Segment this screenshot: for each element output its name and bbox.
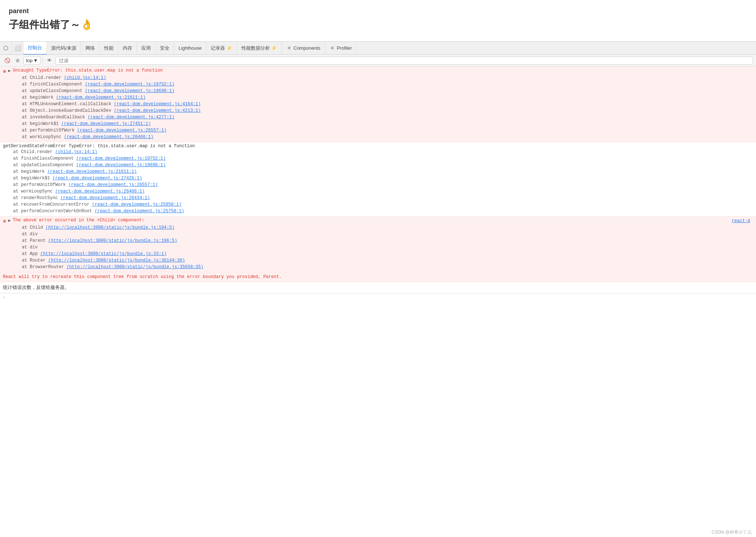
page-subtitle: 子组件出错了～👌 — [9, 18, 747, 32]
console-output: ⊗ ▶ Uncaught TypeError: this.state.user.… — [0, 66, 756, 302]
stack-line: at Child.render (child.jsx:14:1) — [22, 75, 753, 81]
tab-application[interactable]: 应用 — [137, 42, 156, 55]
error-1-stack: at Child.render (child.jsx:14:1) at fini… — [3, 75, 753, 140]
file-link[interactable]: (react-dom.development.js:19698:1) — [76, 163, 166, 168]
file-link[interactable]: (react-dom.development.js:21611:1) — [47, 169, 137, 174]
error-2-main: ⊗ ▶ The above error occurred in the <Chi… — [3, 218, 753, 224]
stack-line: at Router (http://localhost:3000/static/… — [22, 257, 753, 264]
file-link[interactable]: (react-dom.development.js:19752:1) — [85, 82, 175, 87]
file-link[interactable]: (react-dom.development.js:25750:1) — [95, 209, 184, 214]
file-link[interactable]: (react-dom.development.js:27451:1) — [61, 121, 151, 126]
stack-line: at performUnitOfWork (react-dom.developm… — [22, 127, 753, 134]
info-title-text: getDerivedStateFromError TypeError: this… — [3, 144, 195, 149]
console-icon[interactable]: ⬜ — [12, 42, 23, 55]
stack-line: at finishClassComponent (react-dom.devel… — [22, 81, 753, 88]
file-link[interactable]: (http://localhost:3000/static/js/bundle.… — [46, 225, 175, 230]
file-link[interactable]: (react-dom.development.js:21611:1) — [56, 95, 146, 100]
stack-line: at Child.render (child.jsx:14:1) — [13, 149, 753, 155]
file-link[interactable]: (react-dom.development.js:26434:1) — [61, 195, 150, 201]
stack-line: at updateClassComponent (react-dom.devel… — [13, 162, 753, 168]
page-content: parent 子组件出错了～👌 — [0, 0, 756, 41]
stack-line: at beginWork$1 (react-dom.development.js… — [22, 121, 753, 127]
console-prompt: › — [0, 293, 756, 302]
tab-profiler[interactable]: ⚛ Profiler — [325, 42, 356, 55]
tab-components-label: Components — [294, 45, 321, 51]
stack-line: at HTMLUnknownElement.callCallback (reac… — [22, 101, 753, 107]
stack-line: at Parent (http://localhost:3000/static/… — [22, 237, 753, 244]
file-link[interactable]: (http://localhost:3000/static/js/bundle.… — [40, 251, 167, 256]
note-entry: 统计错误次数，反馈给服务器。 — [0, 282, 756, 293]
error-1-main: ⊗ ▶ Uncaught TypeError: this.state.user.… — [3, 68, 753, 75]
info-1-stack: at Child.render (child.jsx:14:1) at fini… — [3, 149, 753, 214]
tab-memory[interactable]: 内存 — [118, 42, 137, 55]
error-1-title: Uncaught TypeError: this.state.user.map … — [13, 68, 163, 73]
react-recreate-message: React will try to recreate this componen… — [0, 272, 756, 282]
react-icon-profiler: ⚛ — [329, 45, 335, 51]
error-entry-1: ⊗ ▶ Uncaught TypeError: this.state.user.… — [0, 66, 756, 142]
file-link[interactable]: (http://localhost:3000/static/js/bundle.… — [48, 258, 185, 263]
expand-arrow-2[interactable]: ▶ — [8, 218, 11, 223]
react-message-text: React will try to recreate this componen… — [3, 274, 282, 279]
log-level-value: top — [26, 58, 33, 63]
expand-arrow-1[interactable]: ▶ — [8, 68, 11, 73]
stack-line: at performConcurrentWorkOnRoot (react-do… — [13, 208, 753, 214]
file-link[interactable]: (http://localhost:3000/static/js/bundle.… — [66, 264, 203, 270]
inspect-icon[interactable]: ⬡ — [0, 42, 12, 55]
tab-profiler-label: Profiler — [337, 45, 352, 51]
stack-line: at recoverFromConcurrentError (react-dom… — [13, 201, 753, 208]
file-link[interactable]: (react-dom.development.js:27426:1) — [53, 176, 142, 181]
stack-line: at div — [22, 244, 753, 251]
file-link[interactable]: (react-dom.development.js:19698:1) — [85, 88, 175, 94]
stack-line: at beginWork (react-dom.development.js:2… — [22, 94, 753, 101]
tab-components[interactable]: ⚛ Components — [282, 42, 325, 55]
tab-lighthouse[interactable]: Lighthouse — [174, 42, 207, 55]
file-link[interactable]: (react-dom.development.js:4213:1) — [114, 108, 201, 113]
file-link[interactable]: (http://localhost:3000/static/js/bundle.… — [48, 238, 177, 243]
tab-security[interactable]: 安全 — [156, 42, 174, 55]
stack-line: at BrowserRouter (http://localhost:3000/… — [22, 264, 753, 270]
console-toolbar: 🚫 ⊘ top ▼ 👁 — [0, 55, 756, 66]
filter-toggle-button[interactable]: ⊘ — [13, 56, 22, 65]
tab-network[interactable]: 网络 — [81, 42, 100, 55]
react-icon-components: ⚛ — [286, 45, 292, 51]
file-link[interactable]: (react-dom.development.js:25850:1) — [92, 202, 182, 207]
tab-console[interactable]: 控制台 — [23, 42, 47, 55]
tab-recorder[interactable]: 记录器 ⚡ — [206, 42, 237, 55]
log-level-select[interactable]: top ▼ — [23, 57, 41, 65]
info-1-title: getDerivedStateFromError TypeError: this… — [3, 144, 753, 149]
tab-perf-insights[interactable]: 性能数据分析 ⚡ — [237, 42, 282, 55]
file-link[interactable]: (react-dom.development.js:26557:1) — [77, 128, 167, 133]
error-2-right-link[interactable]: react-d — [732, 218, 750, 224]
stack-line: at beginWork (react-dom.development.js:2… — [13, 168, 753, 175]
file-link[interactable]: (react-dom.development.js:26466:1) — [55, 189, 145, 194]
file-link[interactable]: (child.jsx:14:1) — [64, 75, 106, 80]
clear-console-button[interactable]: 🚫 — [3, 56, 12, 65]
level-dropdown-icon: ▼ — [33, 58, 38, 63]
stack-line: at Child (http://localhost:3000/static/j… — [22, 224, 753, 231]
stack-line: at beginWork$1 (react-dom.development.js… — [13, 175, 753, 182]
page-title: parent — [9, 7, 747, 15]
stack-line: at invokeGuardedCallback (react-dom.deve… — [22, 114, 753, 121]
error-icon-2: ⊗ — [3, 218, 6, 224]
error-2-row: ⊗ ▶ The above error occurred in the <Chi… — [3, 218, 753, 224]
devtools-tabbar: ⬡ ⬜ 控制台 源代码/来源 网络 性能 内存 应用 安全 Lighthouse… — [0, 42, 756, 55]
file-link[interactable]: (react-dom.development.js:4164:1) — [114, 102, 201, 107]
console-filter-input[interactable] — [56, 57, 753, 65]
prompt-arrow-icon: › — [3, 295, 5, 300]
file-link[interactable]: (react-dom.development.js:4277:1) — [88, 115, 175, 120]
stack-line: at updateClassComponent (react-dom.devel… — [22, 88, 753, 94]
stack-line: at div — [22, 231, 753, 237]
eye-button[interactable]: 👁 — [45, 56, 54, 65]
devtools-panel: ⬡ ⬜ 控制台 源代码/来源 网络 性能 内存 应用 安全 Lighthouse… — [0, 41, 756, 302]
file-link[interactable]: (react-dom.development.js:26557:1) — [68, 182, 158, 187]
tab-performance[interactable]: 性能 — [100, 42, 118, 55]
stack-line: at workLoopSync (react-dom.development.j… — [13, 188, 753, 195]
file-link[interactable]: (react-dom.development.js:26466:1) — [64, 134, 153, 140]
toolbar-divider — [43, 57, 43, 64]
info-entry-1: getDerivedStateFromError TypeError: this… — [0, 142, 756, 216]
error-2-stack: at Child (http://localhost:3000/static/j… — [3, 224, 753, 270]
error-entry-2: ⊗ ▶ The above error occurred in the <Chi… — [0, 216, 756, 272]
file-link[interactable]: (react-dom.development.js:19752:1) — [76, 156, 166, 161]
file-link[interactable]: (child.jsx:14:1) — [55, 149, 97, 155]
tab-source[interactable]: 源代码/来源 — [47, 42, 81, 55]
